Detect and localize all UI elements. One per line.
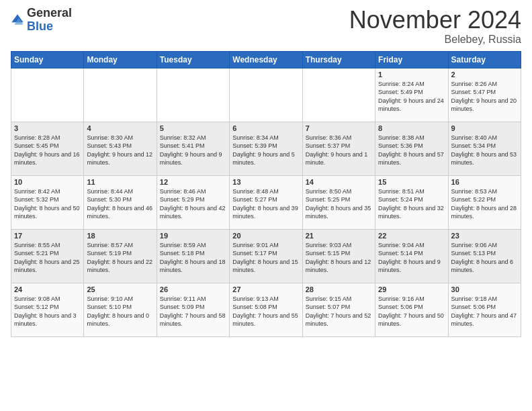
day-number-11: 11 xyxy=(87,178,153,186)
header-saturday: Saturday xyxy=(448,51,521,68)
cell-2-5: 15Sunrise: 8:51 AMSunset: 5:24 PMDayligh… xyxy=(375,175,448,229)
day-number-8: 8 xyxy=(378,124,445,132)
day-info-19: Sunrise: 8:59 AMSunset: 5:18 PMDaylight:… xyxy=(160,241,226,275)
day-info-18: Sunrise: 8:57 AMSunset: 5:19 PMDaylight:… xyxy=(87,241,153,275)
cell-4-4: 28Sunrise: 9:15 AMSunset: 5:07 PMDayligh… xyxy=(302,283,375,336)
day-info-10: Sunrise: 8:42 AMSunset: 5:32 PMDaylight:… xyxy=(14,187,81,221)
day-number-22: 22 xyxy=(378,232,445,240)
day-info-26: Sunrise: 9:11 AMSunset: 5:09 PMDaylight:… xyxy=(160,295,226,328)
day-info-6: Sunrise: 8:34 AMSunset: 5:39 PMDaylight:… xyxy=(232,134,299,167)
cell-4-6: 30Sunrise: 9:18 AMSunset: 5:06 PMDayligh… xyxy=(448,283,521,336)
day-info-2: Sunrise: 8:26 AMSunset: 5:47 PMDaylight:… xyxy=(451,80,518,113)
header-sunday: Sunday xyxy=(11,51,84,68)
day-info-16: Sunrise: 8:53 AMSunset: 5:22 PMDaylight:… xyxy=(451,187,518,221)
cell-4-5: 29Sunrise: 9:16 AMSunset: 5:06 PMDayligh… xyxy=(375,283,448,336)
logo-icon xyxy=(11,13,24,27)
week-row-0: 1Sunrise: 8:24 AMSunset: 5:49 PMDaylight… xyxy=(11,68,521,122)
day-info-30: Sunrise: 9:18 AMSunset: 5:06 PMDaylight:… xyxy=(451,295,518,328)
day-number-5: 5 xyxy=(160,124,226,132)
week-row-4: 24Sunrise: 9:08 AMSunset: 5:12 PMDayligh… xyxy=(11,283,521,336)
day-number-19: 19 xyxy=(160,232,226,240)
day-info-11: Sunrise: 8:44 AMSunset: 5:30 PMDaylight:… xyxy=(87,187,153,221)
header-tuesday: Tuesday xyxy=(157,51,229,68)
day-number-10: 10 xyxy=(14,178,81,186)
logo-general-text: General xyxy=(27,7,72,20)
cell-1-2: 5Sunrise: 8:32 AMSunset: 5:41 PMDaylight… xyxy=(157,122,229,175)
logo: General Blue xyxy=(11,7,72,34)
day-number-29: 29 xyxy=(378,285,445,293)
calendar-table: Sunday Monday Tuesday Wednesday Thursday… xyxy=(11,51,521,337)
cell-2-1: 11Sunrise: 8:44 AMSunset: 5:30 PMDayligh… xyxy=(84,175,157,229)
day-info-13: Sunrise: 8:48 AMSunset: 5:27 PMDaylight:… xyxy=(232,187,299,221)
cell-3-2: 19Sunrise: 8:59 AMSunset: 5:18 PMDayligh… xyxy=(157,229,229,283)
day-info-4: Sunrise: 8:30 AMSunset: 5:43 PMDaylight:… xyxy=(87,134,153,167)
day-info-17: Sunrise: 8:55 AMSunset: 5:21 PMDaylight:… xyxy=(14,241,81,275)
day-number-4: 4 xyxy=(87,124,153,132)
cell-3-5: 22Sunrise: 9:04 AMSunset: 5:14 PMDayligh… xyxy=(375,229,448,283)
day-number-25: 25 xyxy=(87,285,153,293)
day-info-9: Sunrise: 8:40 AMSunset: 5:34 PMDaylight:… xyxy=(451,134,518,167)
cell-2-2: 12Sunrise: 8:46 AMSunset: 5:29 PMDayligh… xyxy=(157,175,229,229)
cell-1-4: 7Sunrise: 8:36 AMSunset: 5:37 PMDaylight… xyxy=(302,122,375,175)
day-info-8: Sunrise: 8:38 AMSunset: 5:36 PMDaylight:… xyxy=(378,134,445,167)
day-info-27: Sunrise: 9:13 AMSunset: 5:08 PMDaylight:… xyxy=(232,295,299,328)
page: General Blue November 2024 Belebey, Russ… xyxy=(0,0,532,411)
day-info-29: Sunrise: 9:16 AMSunset: 5:06 PMDaylight:… xyxy=(378,295,445,328)
cell-0-5: 1Sunrise: 8:24 AMSunset: 5:49 PMDaylight… xyxy=(375,68,448,122)
cell-1-5: 8Sunrise: 8:38 AMSunset: 5:36 PMDaylight… xyxy=(375,122,448,175)
month-title: November 2024 xyxy=(349,7,521,34)
day-info-12: Sunrise: 8:46 AMSunset: 5:29 PMDaylight:… xyxy=(160,187,226,221)
day-number-27: 27 xyxy=(232,285,299,293)
day-info-1: Sunrise: 8:24 AMSunset: 5:49 PMDaylight:… xyxy=(378,80,445,113)
header-friday: Friday xyxy=(375,51,448,68)
header: General Blue November 2024 Belebey, Russ… xyxy=(11,7,521,46)
day-number-21: 21 xyxy=(306,232,372,240)
day-number-6: 6 xyxy=(232,124,299,132)
cell-0-1 xyxy=(84,68,157,122)
day-number-30: 30 xyxy=(451,285,518,293)
cell-1-0: 3Sunrise: 8:28 AMSunset: 5:45 PMDaylight… xyxy=(11,122,84,175)
week-row-1: 3Sunrise: 8:28 AMSunset: 5:45 PMDaylight… xyxy=(11,122,521,175)
cell-1-1: 4Sunrise: 8:30 AMSunset: 5:43 PMDaylight… xyxy=(84,122,157,175)
cell-3-4: 21Sunrise: 9:03 AMSunset: 5:15 PMDayligh… xyxy=(302,229,375,283)
day-number-12: 12 xyxy=(160,178,226,186)
day-info-3: Sunrise: 8:28 AMSunset: 5:45 PMDaylight:… xyxy=(14,134,81,167)
cell-2-0: 10Sunrise: 8:42 AMSunset: 5:32 PMDayligh… xyxy=(11,175,84,229)
cell-3-0: 17Sunrise: 8:55 AMSunset: 5:21 PMDayligh… xyxy=(11,229,84,283)
cell-1-3: 6Sunrise: 8:34 AMSunset: 5:39 PMDaylight… xyxy=(230,122,302,175)
day-info-20: Sunrise: 9:01 AMSunset: 5:17 PMDaylight:… xyxy=(232,241,299,275)
day-number-18: 18 xyxy=(87,232,153,240)
day-number-26: 26 xyxy=(160,285,226,293)
cell-1-6: 9Sunrise: 8:40 AMSunset: 5:34 PMDaylight… xyxy=(448,122,521,175)
day-info-24: Sunrise: 9:08 AMSunset: 5:12 PMDaylight:… xyxy=(14,295,81,328)
day-number-20: 20 xyxy=(232,232,299,240)
weekday-header-row: Sunday Monday Tuesday Wednesday Thursday… xyxy=(11,51,521,68)
cell-3-6: 23Sunrise: 9:06 AMSunset: 5:13 PMDayligh… xyxy=(448,229,521,283)
day-number-28: 28 xyxy=(306,285,372,293)
week-row-2: 10Sunrise: 8:42 AMSunset: 5:32 PMDayligh… xyxy=(11,175,521,229)
cell-2-4: 14Sunrise: 8:50 AMSunset: 5:25 PMDayligh… xyxy=(302,175,375,229)
day-info-15: Sunrise: 8:51 AMSunset: 5:24 PMDaylight:… xyxy=(378,187,445,221)
location: Belebey, Russia xyxy=(349,34,521,46)
day-info-25: Sunrise: 9:10 AMSunset: 5:10 PMDaylight:… xyxy=(87,295,153,328)
header-wednesday: Wednesday xyxy=(230,51,302,68)
cell-0-0 xyxy=(11,68,84,122)
day-number-1: 1 xyxy=(378,71,445,79)
day-info-5: Sunrise: 8:32 AMSunset: 5:41 PMDaylight:… xyxy=(160,134,226,167)
cell-3-1: 18Sunrise: 8:57 AMSunset: 5:19 PMDayligh… xyxy=(84,229,157,283)
cell-4-0: 24Sunrise: 9:08 AMSunset: 5:12 PMDayligh… xyxy=(11,283,84,336)
day-number-15: 15 xyxy=(378,178,445,186)
cell-0-4 xyxy=(302,68,375,122)
cell-0-3 xyxy=(230,68,302,122)
logo-text: General Blue xyxy=(27,7,72,34)
day-info-14: Sunrise: 8:50 AMSunset: 5:25 PMDaylight:… xyxy=(306,187,372,221)
cell-4-3: 27Sunrise: 9:13 AMSunset: 5:08 PMDayligh… xyxy=(230,283,302,336)
day-number-16: 16 xyxy=(451,178,518,186)
day-number-2: 2 xyxy=(451,71,518,79)
week-row-3: 17Sunrise: 8:55 AMSunset: 5:21 PMDayligh… xyxy=(11,229,521,283)
title-section: November 2024 Belebey, Russia xyxy=(349,7,521,46)
day-info-28: Sunrise: 9:15 AMSunset: 5:07 PMDaylight:… xyxy=(306,295,372,328)
header-thursday: Thursday xyxy=(302,51,375,68)
day-number-7: 7 xyxy=(306,124,372,132)
day-info-21: Sunrise: 9:03 AMSunset: 5:15 PMDaylight:… xyxy=(306,241,372,275)
